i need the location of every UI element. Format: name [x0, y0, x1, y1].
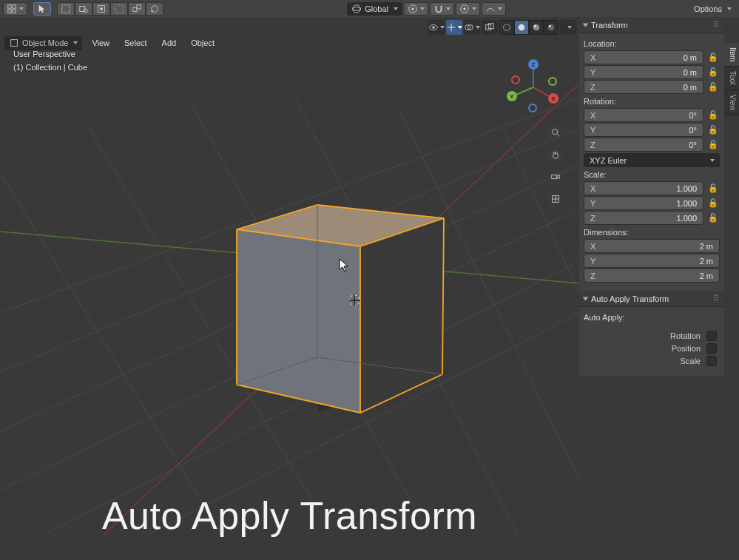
- shade-wire[interactable]: [499, 20, 514, 35]
- svg-point-43: [432, 26, 435, 29]
- menu-select[interactable]: Select: [119, 36, 152, 50]
- pivot-dropdown[interactable]: [404, 2, 428, 16]
- viewport-overlay-text: User Perspective (1) Collection | Cube: [13, 48, 87, 74]
- panel-transform-header[interactable]: Transform ⠿: [579, 17, 724, 33]
- check-position[interactable]: [706, 343, 717, 354]
- scale-z[interactable]: Z1.000: [584, 211, 703, 225]
- axis-neg-x[interactable]: [511, 75, 520, 84]
- viewport-nav-buttons: [547, 124, 564, 208]
- disclosure-triangle-icon: [583, 23, 589, 27]
- orientation-label: Global: [365, 4, 388, 13]
- svg-point-15: [353, 7, 361, 10]
- dim-y[interactable]: Y2 m: [584, 254, 720, 268]
- side-tab-view[interactable]: View: [724, 90, 739, 116]
- location-x[interactable]: X0 m: [584, 50, 703, 64]
- panel-menu-icon[interactable]: ⠿: [713, 20, 720, 30]
- xray-toggle[interactable]: [482, 20, 498, 35]
- svg-point-54: [548, 24, 555, 31]
- tool-cursor[interactable]: [33, 2, 51, 16]
- lock-rotation-z[interactable]: 🔓: [706, 138, 720, 152]
- overlay-toggle[interactable]: [464, 20, 480, 35]
- manip-2[interactable]: [128, 2, 146, 16]
- gizmo-toggle[interactable]: [446, 20, 462, 35]
- rotation-y[interactable]: Y0°: [584, 123, 703, 137]
- select-box-icon: [61, 4, 71, 14]
- lock-scale-y[interactable]: 🔓: [706, 197, 720, 210]
- location-y[interactable]: Y0 m: [584, 65, 703, 79]
- svg-line-20: [0, 172, 222, 535]
- editor-type-dropdown[interactable]: [3, 2, 27, 16]
- svg-point-14: [353, 4, 361, 13]
- scale-x[interactable]: X1.000: [584, 181, 703, 195]
- svg-point-52: [533, 24, 540, 31]
- menu-add[interactable]: Add: [157, 36, 182, 50]
- shading-dropdown[interactable]: [560, 20, 576, 35]
- zoom-button[interactable]: [547, 124, 564, 141]
- menu-view[interactable]: View: [87, 36, 115, 50]
- curve-dropdown[interactable]: [482, 2, 506, 16]
- lock-scale-x[interactable]: 🔓: [706, 182, 720, 195]
- lock-scale-z[interactable]: 🔓: [706, 212, 720, 225]
- select-circle[interactable]: [75, 2, 92, 16]
- options-dropdown[interactable]: Options: [689, 2, 736, 16]
- rotation-mode-dropdown[interactable]: XYZ Euler: [584, 153, 720, 167]
- svg-point-55: [549, 25, 551, 27]
- shade-matprev[interactable]: [529, 20, 544, 35]
- axis-y[interactable]: Y: [507, 91, 517, 101]
- axis-z[interactable]: Z: [528, 59, 539, 70]
- side-tab-tool[interactable]: Tool: [724, 67, 739, 90]
- scale-y[interactable]: Y1.000: [584, 196, 703, 210]
- axis-x[interactable]: X: [548, 93, 559, 104]
- lock-rotation-x[interactable]: 🔓: [706, 109, 720, 122]
- proportional-toggle[interactable]: [456, 2, 480, 16]
- camera-icon: [550, 172, 561, 182]
- side-tab-item[interactable]: Item: [724, 43, 739, 67]
- solid-icon: [516, 22, 527, 33]
- pan-button[interactable]: [547, 146, 564, 163]
- shading-modes: [499, 20, 559, 35]
- camera-button[interactable]: [547, 168, 564, 186]
- panel-menu-icon[interactable]: ⠿: [713, 294, 720, 303]
- xray-icon: [485, 22, 495, 33]
- dim-z[interactable]: Z2 m: [584, 269, 720, 283]
- manip-1[interactable]: [110, 2, 128, 16]
- autoapply-label: Auto Apply:: [584, 313, 720, 322]
- viewport-3d[interactable]: Object Mode View Select Add Object User …: [0, 17, 579, 560]
- select-lasso[interactable]: [92, 2, 110, 16]
- snap-toggle[interactable]: [430, 2, 454, 16]
- shade-render[interactable]: [544, 20, 559, 35]
- hand-icon: [550, 149, 561, 160]
- panel-autoapply-header[interactable]: Auto Apply Transform ⠿: [579, 291, 724, 307]
- lock-location-x[interactable]: 🔓: [706, 51, 720, 64]
- lock-location-z[interactable]: 🔓: [706, 81, 720, 94]
- svg-marker-36: [237, 229, 360, 413]
- orientation-dropdown[interactable]: Global: [347, 2, 402, 16]
- svg-rect-11: [133, 7, 137, 11]
- lock-location-y[interactable]: 🔓: [706, 66, 720, 79]
- n-panel: Transform ⠿ Location: X0 m🔓 Y0 m🔓 Z0 m🔓 …: [579, 17, 724, 376]
- rotation-z[interactable]: Z0°: [584, 138, 703, 152]
- location-z[interactable]: Z0 m: [584, 80, 703, 94]
- ortho-button[interactable]: [547, 190, 564, 208]
- location-label: Location:: [584, 39, 720, 48]
- nav-gizmo[interactable]: X Y Z: [504, 58, 563, 117]
- svg-point-59: [553, 129, 558, 135]
- lock-rotation-y[interactable]: 🔓: [706, 124, 720, 137]
- manip-3[interactable]: [146, 2, 163, 16]
- axis-neg-z[interactable]: [528, 104, 537, 112]
- svg-point-16: [411, 7, 414, 10]
- options-label: Options: [694, 4, 722, 13]
- mode-dropdown[interactable]: Object Mode: [4, 36, 82, 50]
- mode-label: Object Mode: [22, 38, 68, 47]
- select-box[interactable]: [57, 2, 75, 16]
- svg-point-51: [519, 24, 525, 31]
- visibility-dropdown[interactable]: [428, 20, 445, 35]
- menu-object[interactable]: Object: [186, 36, 220, 50]
- check-scale[interactable]: [706, 356, 717, 366]
- axis-neg-y[interactable]: [548, 77, 557, 86]
- dim-x[interactable]: X2 m: [584, 239, 720, 253]
- rotation-x[interactable]: X0°: [584, 108, 703, 122]
- check-rotation[interactable]: [706, 331, 717, 341]
- shade-solid[interactable]: [514, 20, 529, 35]
- svg-rect-3: [13, 9, 16, 12]
